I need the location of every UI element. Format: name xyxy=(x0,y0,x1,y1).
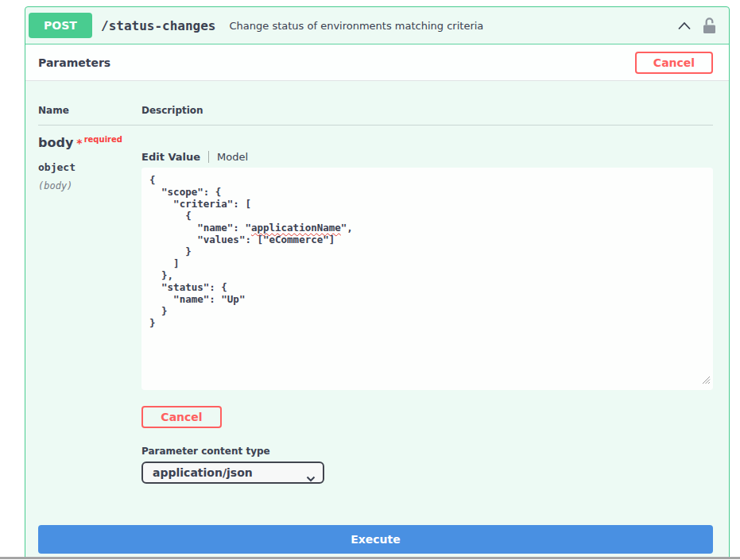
endpoint-path: /status-changes xyxy=(101,18,216,33)
parameter-meta: body*required object (body) xyxy=(38,135,141,484)
parameter-description-cell: Edit Value Model { "scope": { "criteria"… xyxy=(141,135,713,484)
cancel-edit-button[interactable]: Cancel xyxy=(141,406,222,428)
content-type-select-wrap: application/json xyxy=(141,462,324,484)
editor-tabs: Edit Value Model xyxy=(141,151,713,163)
required-label: required xyxy=(84,135,122,144)
parameters-body: Name Description body*required object (b… xyxy=(25,81,729,554)
endpoint-summary: Change status of environments matching c… xyxy=(230,20,484,32)
parameter-in: (body) xyxy=(38,180,141,191)
content-type-select[interactable]: application/json xyxy=(141,462,324,484)
body-editor-textarea[interactable]: { "scope": { "criteria": [ { "name": "ap… xyxy=(141,168,713,390)
parameters-title: Parameters xyxy=(38,56,110,69)
column-header-description: Description xyxy=(141,105,713,116)
content-type-label: Parameter content type xyxy=(141,446,713,457)
parameters-table-header: Name Description xyxy=(38,105,713,126)
parameters-section-header: Parameters Cancel xyxy=(25,44,729,81)
parameter-type: object xyxy=(38,161,141,173)
parameter-row-body: body*required object (body) Edit Value M… xyxy=(38,135,713,484)
operation-summary[interactable]: POST /status-changes Change status of en… xyxy=(25,7,729,44)
http-method-badge: POST xyxy=(29,13,92,38)
parameter-name-line: body*required xyxy=(38,135,141,150)
tab-divider xyxy=(208,151,209,163)
resize-handle-icon[interactable] xyxy=(702,373,711,388)
chevron-up-icon[interactable] xyxy=(676,18,692,33)
required-asterisk: * xyxy=(76,137,82,149)
unlocked-padlock-icon[interactable] xyxy=(703,17,716,34)
parameter-name: body xyxy=(38,135,73,150)
tab-model[interactable]: Model xyxy=(217,151,248,163)
body-editor-content: { "scope": { "criteria": [ { "name": "ap… xyxy=(149,174,705,329)
cancel-try-out-button[interactable]: Cancel xyxy=(635,52,713,74)
column-header-name: Name xyxy=(38,105,141,116)
operation-block-post: POST /status-changes Change status of en… xyxy=(25,6,730,560)
execute-button[interactable]: Execute xyxy=(38,525,713,554)
tab-edit-value[interactable]: Edit Value xyxy=(141,151,200,163)
